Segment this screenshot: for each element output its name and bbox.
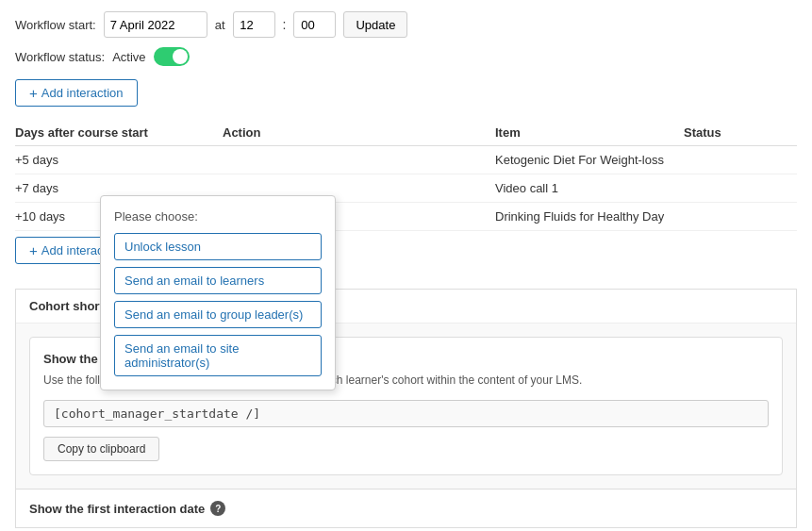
show-first-interaction-label: Show the first interaction date	[29, 502, 205, 516]
workflow-status-label: Workflow status:	[15, 50, 105, 64]
option-unlock-lesson[interactable]: Unlock lesson	[114, 233, 322, 260]
cohort-section-title: Cohort shortc	[29, 299, 110, 313]
table-header: Days after course start Action Item Stat…	[15, 120, 797, 146]
col-days: Days after course start	[15, 125, 223, 140]
item-cell: Ketogenic Diet For Weight-loss	[495, 153, 684, 167]
dropdown-label: Please choose:	[114, 209, 322, 224]
dropdown-popup: Please choose: Unlock lesson Send an ema…	[100, 195, 336, 390]
item-cell: Drinking Fluids for Healthy Day	[495, 209, 684, 224]
update-button[interactable]: Update	[343, 11, 407, 38]
days-cell: +5 days	[15, 153, 223, 167]
plus-icon-2: +	[29, 243, 38, 257]
at-label: at	[215, 18, 225, 32]
workflow-date-input[interactable]	[104, 11, 207, 38]
table-section: Days after course start Action Item Stat…	[15, 120, 797, 283]
option-email-group-leader[interactable]: Send an email to group leader(s)	[114, 301, 322, 328]
add-interaction-label: Add interaction	[41, 86, 124, 100]
option-email-site-admin[interactable]: Send an email to site administrator(s)	[114, 335, 322, 376]
table-row: +5 days Ketogenic Diet For Weight-loss	[15, 146, 797, 174]
shortcode-input[interactable]	[43, 400, 769, 427]
active-label: Active	[112, 50, 145, 64]
workflow-status-row: Workflow status: Active	[15, 47, 797, 66]
workflow-start-label: Workflow start:	[15, 18, 96, 32]
workflow-start-row: Workflow start: at : Update	[15, 11, 797, 38]
show-first-interaction-bar: Show the first interaction date ?	[16, 489, 796, 527]
col-action: Action	[223, 125, 495, 140]
add-interaction-label-2: Add interac	[41, 243, 104, 257]
colon-separator: :	[283, 17, 287, 32]
col-item: Item	[495, 125, 684, 140]
help-icon-first-interaction[interactable]: ?	[210, 501, 225, 516]
copy-to-clipboard-button[interactable]: Copy to clipboard	[43, 437, 159, 461]
minute-input[interactable]	[293, 11, 336, 38]
add-interaction-button[interactable]: + Add interaction	[15, 79, 138, 107]
page-wrapper: Workflow start: at : Update Workflow sta…	[0, 0, 812, 531]
hour-input[interactable]	[233, 11, 275, 38]
option-email-learners[interactable]: Send an email to learners	[114, 267, 322, 294]
workflow-active-toggle[interactable]	[154, 47, 190, 66]
main-container: Workflow start: at : Update Workflow sta…	[0, 0, 812, 531]
col-status: Status	[684, 125, 797, 140]
plus-icon: +	[29, 86, 38, 100]
days-cell: +7 days	[15, 181, 223, 195]
item-cell: Video call 1	[495, 181, 684, 195]
